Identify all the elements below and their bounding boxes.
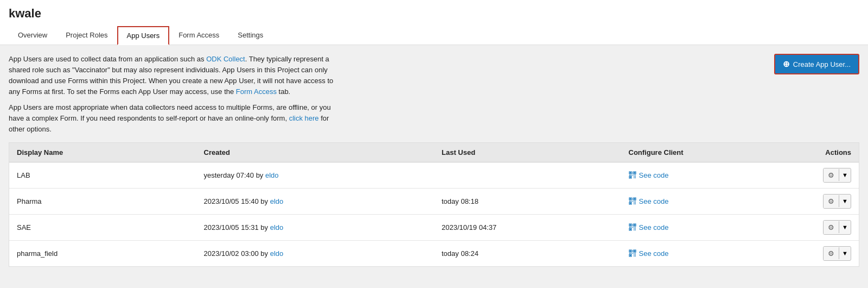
svg-rect-63 [632, 253, 633, 254]
svg-rect-50 [635, 227, 636, 228]
svg-rect-16 [635, 175, 636, 176]
svg-rect-6 [634, 176, 635, 177]
created-by-link[interactable]: eldo [270, 197, 284, 205]
col-header-configure-client: Configure Client [621, 143, 774, 162]
actions-dropdown-button[interactable]: ▼ [839, 169, 851, 181]
svg-rect-30 [629, 201, 630, 202]
cell-display-name: pharma_field [9, 240, 196, 266]
svg-rect-48 [630, 227, 631, 228]
actions-gear-button[interactable]: ⚙ [824, 247, 839, 260]
svg-rect-41 [635, 228, 636, 229]
svg-rect-49 [634, 227, 635, 228]
svg-rect-14 [630, 175, 631, 176]
nav-tab-project-roles[interactable]: Project Roles [56, 26, 117, 45]
description-para2: App Users are most appropriate when data… [9, 102, 345, 135]
cell-last-used: today 08:24 [434, 240, 621, 266]
svg-rect-23 [634, 202, 635, 203]
cell-last-used: 2023/10/19 04:37 [434, 214, 621, 240]
description-block: App Users are used to collect data from … [9, 54, 345, 135]
odk-collect-link[interactable]: ODK Collect [206, 55, 245, 63]
site-title: kwale [9, 7, 859, 21]
see-code-link[interactable]: See code [629, 197, 767, 205]
svg-rect-59 [634, 256, 635, 257]
desc-text-1: App Users are used to collect data from … [9, 55, 206, 63]
svg-rect-28 [632, 199, 633, 201]
svg-rect-39 [630, 229, 631, 230]
actions-gear-button[interactable]: ⚙ [824, 221, 839, 234]
create-btn-label: Create App User... [793, 60, 851, 68]
created-prefix: 2023/10/05 15:31 by [204, 223, 270, 231]
cell-configure-client: See code [621, 214, 774, 240]
svg-rect-1 [630, 172, 631, 173]
see-code-label: See code [639, 249, 669, 258]
caret-icon: ▼ [842, 198, 848, 204]
created-by-link[interactable]: eldo [270, 249, 284, 258]
nav-tab-form-access[interactable]: Form Access [169, 26, 228, 45]
table-row: SAE2023/10/05 15:31 by eldo2023/10/19 04… [9, 214, 859, 240]
svg-rect-9 [635, 178, 636, 179]
actions-gear-button[interactable]: ⚙ [824, 168, 839, 182]
svg-rect-54 [634, 251, 635, 252]
svg-rect-35 [630, 224, 631, 226]
actions-dropdown-button[interactable]: ▼ [839, 221, 851, 233]
svg-rect-66 [634, 253, 635, 254]
svg-rect-62 [632, 252, 633, 253]
nav-tab-overview[interactable]: Overview [9, 26, 56, 45]
table-row: Pharma2023/10/05 15:40 by eldotoday 08:1… [9, 188, 859, 214]
svg-rect-46 [632, 227, 633, 228]
svg-rect-47 [629, 227, 630, 228]
see-code-link[interactable]: See code [629, 249, 767, 258]
desc-text-3: tab. [277, 87, 290, 96]
qr-icon [629, 197, 636, 205]
nav-tab-app-users[interactable]: App Users [117, 26, 170, 45]
nav-tabs: OverviewProject RolesApp UsersForm Acces… [9, 26, 859, 45]
qr-icon [629, 249, 636, 257]
cell-actions: ⚙ ▼ [774, 188, 859, 214]
actions-dropdown-button[interactable]: ▼ [839, 195, 851, 207]
see-code-link[interactable]: See code [629, 171, 767, 179]
svg-rect-44 [632, 224, 633, 225]
svg-rect-64 [629, 253, 630, 254]
svg-rect-37 [634, 224, 635, 226]
cell-actions: ⚙ ▼ [774, 162, 859, 188]
created-by-link[interactable]: eldo [270, 223, 284, 231]
content-area: App Users are used to collect data from … [0, 45, 868, 267]
click-here-link[interactable]: click here [289, 114, 319, 122]
svg-rect-27 [632, 198, 633, 199]
created-by-link[interactable]: eldo [265, 171, 279, 179]
actions-button-group: ⚙ ▼ [823, 194, 851, 209]
form-access-link[interactable]: Form Access [236, 87, 277, 96]
created-prefix: 2023/10/05 15:40 by [204, 197, 270, 205]
desc-text-4: App Users are most appropriate when data… [9, 103, 331, 122]
caret-icon: ▼ [842, 172, 848, 178]
create-app-user-button[interactable]: ⊕ Create App User... [774, 54, 859, 74]
table-row: LAByesterday 07:40 by eldo See code ⚙ ▼ [9, 162, 859, 188]
actions-gear-button[interactable]: ⚙ [824, 195, 839, 208]
svg-rect-60 [635, 256, 636, 257]
table-header-row: Display Name Created Last Used Configure… [9, 143, 859, 162]
nav-tab-settings[interactable]: Settings [228, 26, 272, 45]
svg-rect-26 [635, 204, 636, 205]
cell-configure-client: See code [621, 162, 774, 188]
cell-configure-client: See code [621, 240, 774, 266]
actions-dropdown-button[interactable]: ▼ [839, 247, 851, 259]
svg-rect-58 [635, 254, 636, 255]
svg-rect-12 [632, 175, 633, 176]
see-code-link[interactable]: See code [629, 223, 767, 231]
actions-button-group: ⚙ ▼ [823, 168, 851, 183]
svg-rect-5 [630, 177, 631, 178]
col-header-actions: Actions [774, 143, 859, 162]
see-code-label: See code [639, 223, 669, 231]
cell-actions: ⚙ ▼ [774, 214, 859, 240]
col-header-display-name: Display Name [9, 143, 196, 162]
svg-rect-11 [632, 173, 633, 174]
svg-rect-43 [635, 230, 636, 231]
gear-icon: ⚙ [828, 197, 834, 205]
svg-rect-33 [635, 201, 636, 202]
gear-icon: ⚙ [828, 249, 834, 258]
svg-rect-52 [630, 251, 631, 252]
header: kwale OverviewProject RolesApp UsersForm… [0, 0, 868, 45]
cell-last-used [434, 162, 621, 188]
svg-rect-10 [632, 172, 633, 173]
svg-rect-24 [635, 202, 636, 203]
